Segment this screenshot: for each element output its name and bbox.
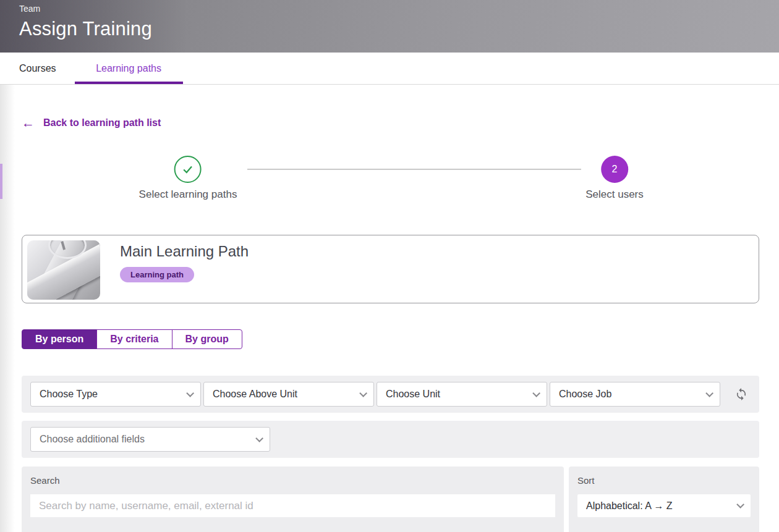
step-label: Select users <box>585 188 644 201</box>
choose-type-select[interactable]: Choose Type <box>30 382 201 407</box>
learning-path-title: Main Learning Path <box>120 243 249 260</box>
additional-fields-band: Choose additional fields <box>22 421 759 458</box>
check-icon <box>181 163 195 176</box>
step-select-learning-paths: Select learning paths <box>139 156 237 201</box>
refresh-icon <box>734 387 748 401</box>
sort-panel: Sort Alphabetical: A → Z <box>569 467 759 532</box>
reset-filters-button[interactable] <box>732 387 751 401</box>
chevron-down-icon <box>705 389 713 397</box>
choose-type-value: Choose Type <box>40 389 98 400</box>
filter-band: Choose Type Choose Above Unit Choose Uni… <box>22 376 759 413</box>
additional-fields-select[interactable]: Choose additional fields <box>30 427 270 452</box>
stepper-connector <box>247 169 581 170</box>
left-edge-shadow <box>0 85 15 532</box>
tab-learning-paths[interactable]: Learning paths <box>75 53 183 84</box>
stepper: Select learning paths 2 Select users <box>22 156 759 208</box>
selected-learning-path-card: Main Learning Path Learning path <box>22 235 759 303</box>
step-select-users: 2 Select users <box>585 156 644 201</box>
mode-by-person-button[interactable]: By person <box>22 329 97 349</box>
assign-mode-toggle: By person By criteria By group <box>22 329 242 349</box>
choose-unit-select[interactable]: Choose Unit <box>377 382 547 407</box>
chevron-down-icon <box>736 500 744 509</box>
page-title: Assign Training <box>19 18 779 40</box>
learning-path-badge: Learning path <box>120 267 194 282</box>
header-eyebrow: Team <box>19 4 779 14</box>
step-label: Select learning paths <box>139 188 237 201</box>
choose-above-unit-select[interactable]: Choose Above Unit <box>203 382 374 407</box>
active-tab-underline <box>75 82 183 84</box>
search-sort-row: Search Sort Alphabetical: A → Z <box>22 467 759 532</box>
tab-courses[interactable]: Courses <box>19 53 56 84</box>
choose-above-unit-value: Choose Above Unit <box>213 389 297 400</box>
left-accent-bar <box>0 164 2 199</box>
sort-select[interactable]: Alphabetical: A → Z <box>577 494 751 517</box>
search-panel: Search <box>22 467 564 532</box>
back-link[interactable]: ← Back to learning path list <box>22 117 161 129</box>
choose-unit-value: Choose Unit <box>386 389 440 400</box>
page-header: Team Assign Training <box>0 0 779 53</box>
main-content: ← Back to learning path list Select lear… <box>0 85 779 532</box>
sort-select-value: Alphabetical: A → Z <box>586 500 673 512</box>
card-body: Main Learning Path Learning path <box>120 240 249 282</box>
step-complete-circle <box>174 156 202 183</box>
chevron-down-icon <box>359 389 367 397</box>
chevron-down-icon <box>186 389 194 397</box>
mode-by-group-button[interactable]: By group <box>172 329 242 349</box>
tab-bar: Courses Learning paths <box>0 53 779 85</box>
arrow-left-icon: ← <box>22 118 35 128</box>
back-link-label: Back to learning path list <box>43 117 161 129</box>
step-number-circle: 2 <box>601 156 628 183</box>
sort-label: Sort <box>577 475 751 486</box>
additional-fields-value: Choose additional fields <box>40 434 145 445</box>
tab-learning-paths-label: Learning paths <box>96 63 161 74</box>
tab-courses-label: Courses <box>19 63 56 74</box>
chevron-down-icon <box>255 434 263 442</box>
mode-by-criteria-button[interactable]: By criteria <box>96 329 172 349</box>
search-input[interactable] <box>30 494 555 517</box>
choose-job-select[interactable]: Choose Job <box>550 382 720 407</box>
chevron-down-icon <box>532 389 540 397</box>
search-label: Search <box>30 475 555 486</box>
choose-job-value: Choose Job <box>559 389 611 400</box>
learning-path-thumbnail <box>27 240 100 300</box>
